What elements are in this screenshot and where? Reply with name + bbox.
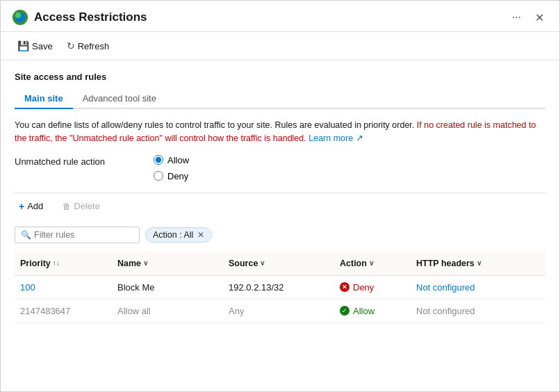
app-icon xyxy=(12,9,28,26)
row2-source: Any xyxy=(223,301,334,321)
save-icon: 💾 xyxy=(17,40,29,51)
svg-point-2 xyxy=(15,13,21,18)
toolbar: 💾 Save ↻ Refresh xyxy=(1,32,559,60)
action-badge-label: Action : All xyxy=(153,230,193,240)
priority-sort-icon[interactable]: ↑↓ xyxy=(53,259,60,267)
action-sort-icon[interactable]: ∨ xyxy=(369,259,374,267)
row2-action: ✓ Allow xyxy=(334,301,411,321)
title-bar: Access Restrictions ··· ✕ xyxy=(1,1,559,32)
info-text: You can define lists of allow/deny rules… xyxy=(15,119,545,145)
action-filter-badge: Action : All ✕ xyxy=(145,227,212,243)
learn-more-label: Learn more xyxy=(308,133,353,143)
content-area: Site access and rules Main site Advanced… xyxy=(1,60,559,391)
row1-name: Block Me xyxy=(112,277,223,297)
filter-rules-input[interactable] xyxy=(34,230,133,240)
tab-advanced-label: Advanced tool site xyxy=(83,93,156,104)
tabs: Main site Advanced tool site xyxy=(15,89,545,109)
delete-label: Delete xyxy=(74,201,100,211)
row2-action-label: Allow xyxy=(353,306,374,316)
row1-source: 192.0.2.13/32 xyxy=(223,277,334,297)
col-source: Source ∨ xyxy=(223,256,334,271)
col-http-headers: HTTP headers ∨ xyxy=(411,256,508,271)
rules-table: Priority ↑↓ Name ∨ Source ∨ Action ∨ HTT… xyxy=(15,252,545,323)
table-row[interactable]: 2147483647 Allow all Any ✓ Allow Not con… xyxy=(15,300,545,323)
save-label: Save xyxy=(32,41,53,51)
tab-main-label: Main site xyxy=(24,93,63,104)
close-button[interactable]: ✕ xyxy=(531,10,548,26)
refresh-label: Refresh xyxy=(78,41,110,51)
window-title: Access Restrictions xyxy=(34,10,502,24)
radio-deny-option[interactable]: Deny xyxy=(154,171,189,181)
filter-input-wrap: 🔍 xyxy=(15,227,140,243)
add-button[interactable]: + Add xyxy=(15,199,47,214)
col-priority: Priority ↑↓ xyxy=(15,256,112,271)
row1-priority[interactable]: 100 xyxy=(15,277,112,297)
radio-allow-label: Allow xyxy=(167,155,189,165)
main-window: Access Restrictions ··· ✕ 💾 Save ↻ Refre… xyxy=(0,0,560,392)
col-source-label: Source xyxy=(229,259,258,268)
add-icon: + xyxy=(19,201,24,212)
section-title: Site access and rules xyxy=(15,72,545,82)
tab-main-site[interactable]: Main site xyxy=(15,89,73,109)
learn-more-link[interactable]: Learn more ↗ xyxy=(308,133,363,143)
row2-name: Allow all xyxy=(112,301,223,321)
info-text-part1: You can define lists of allow/deny rules… xyxy=(15,120,414,130)
col-priority-label: Priority xyxy=(20,259,51,268)
delete-button[interactable]: 🗑 Delete xyxy=(58,199,104,213)
col-name: Name ∨ xyxy=(112,256,223,271)
col-name-label: Name xyxy=(117,259,141,268)
row2-priority[interactable]: 2147483647 xyxy=(15,301,112,321)
col-action-label: Action xyxy=(340,259,367,268)
table-row[interactable]: 100 Block Me 192.0.2.13/32 ✕ Deny Not co… xyxy=(15,276,545,300)
radio-allow-input[interactable] xyxy=(154,155,163,165)
radio-allow-option[interactable]: Allow xyxy=(154,155,189,165)
refresh-button[interactable]: ↻ Refresh xyxy=(61,38,115,54)
allow-icon: ✓ xyxy=(340,306,349,316)
row1-http-headers[interactable]: Not configured xyxy=(411,277,508,297)
col-http-label: HTTP headers xyxy=(416,259,475,268)
deny-icon: ✕ xyxy=(340,282,349,292)
radio-group: Allow Deny xyxy=(154,155,189,181)
save-button[interactable]: 💾 Save xyxy=(12,38,58,54)
col-action: Action ∨ xyxy=(334,256,411,271)
name-sort-icon[interactable]: ∨ xyxy=(143,259,148,267)
search-icon: 🔍 xyxy=(21,230,31,240)
tab-advanced-tool-site[interactable]: Advanced tool site xyxy=(73,89,166,109)
clear-filter-icon[interactable]: ✕ xyxy=(197,230,204,240)
table-header: Priority ↑↓ Name ∨ Source ∨ Action ∨ HTT… xyxy=(15,252,545,276)
filter-row: 🔍 Action : All ✕ xyxy=(15,227,545,243)
row2-http-headers: Not configured xyxy=(411,301,508,321)
radio-deny-label: Deny xyxy=(167,171,188,181)
actions-bar: + Add 🗑 Delete xyxy=(15,193,545,220)
unmatched-rule-section: Unmatched rule action Allow Deny xyxy=(15,155,545,181)
add-label: Add xyxy=(27,201,43,211)
delete-icon: 🗑 xyxy=(63,202,71,211)
row1-action: ✕ Deny xyxy=(334,277,411,297)
allow-status: ✓ Allow xyxy=(340,306,374,316)
deny-status: ✕ Deny xyxy=(340,282,374,293)
more-menu-icon[interactable]: ··· xyxy=(508,10,525,25)
source-sort-icon[interactable]: ∨ xyxy=(260,259,265,267)
http-sort-icon[interactable]: ∨ xyxy=(477,259,481,267)
refresh-icon: ↻ xyxy=(67,40,75,51)
radio-deny-input[interactable] xyxy=(154,171,163,181)
row1-action-label: Deny xyxy=(353,282,374,293)
unmatched-label: Unmatched rule action xyxy=(15,155,112,167)
